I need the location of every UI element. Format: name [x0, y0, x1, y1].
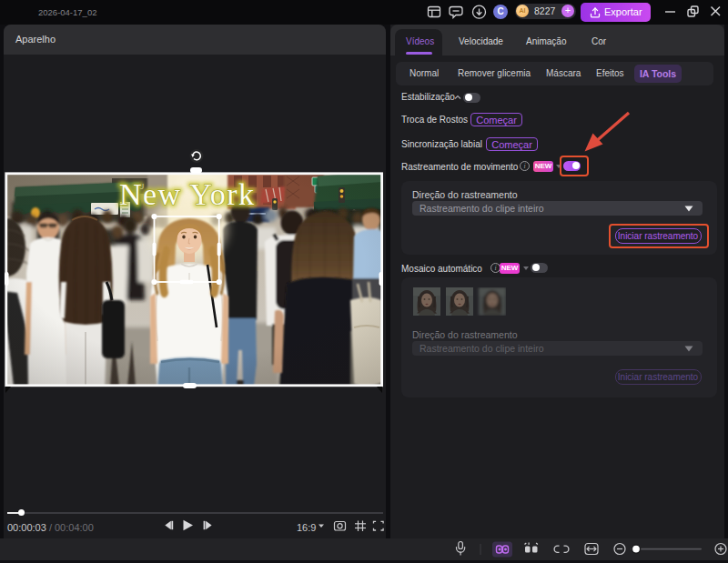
svg-text:New York: New York: [119, 177, 254, 211]
